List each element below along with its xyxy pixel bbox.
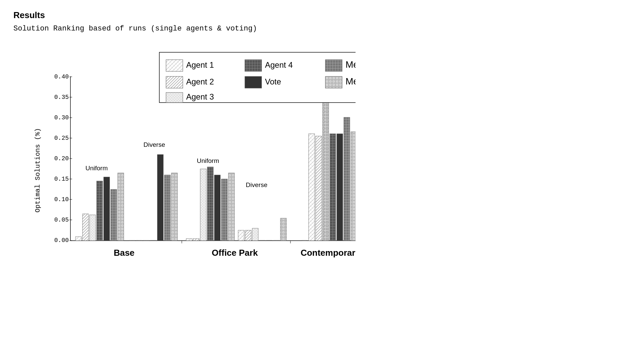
base-uniform-agent2-bar [83, 214, 89, 241]
officepark-diverse-vote-bar [266, 240, 272, 241]
ytick-5: 0.25 [54, 135, 69, 141]
officepark-diverse-agent3-bar [252, 228, 258, 241]
contemp-diverse-agent1-bar [309, 134, 315, 241]
legend-vote-label: Vote [265, 77, 281, 86]
legend-agent3-label: Agent 3 [186, 92, 214, 101]
ytick-7: 0.35 [54, 94, 69, 101]
contemp-diverse-median-bar [351, 132, 356, 241]
officepark-uniform-label: Uniform [197, 157, 219, 164]
contemp-diverse-vote-bar [337, 134, 343, 241]
y-axis-label: Optimal Solutions (%) [34, 128, 42, 213]
base-uniform-mean-bar [111, 189, 117, 241]
legend-agent3-swatch [166, 93, 183, 103]
legend-agent2-swatch [166, 76, 183, 88]
legend-median-label: Median [345, 76, 356, 86]
ytick-2: 0.10 [54, 196, 69, 203]
base-uniform-median-bar [118, 173, 124, 241]
officepark-diverse-agent4-bar [259, 240, 265, 241]
base-diverse-mean-bar [164, 175, 170, 241]
chart-svg: Optimal Solutions (%) 0.00 0.05 0.10 0.1… [34, 43, 356, 271]
base-uniform-vote-bar [104, 177, 110, 241]
results-title: Results [13, 10, 631, 20]
legend-agent1-label: Agent 1 [186, 60, 214, 69]
ytick-0: 0.00 [54, 237, 69, 244]
officepark-label: Office Park [212, 248, 258, 258]
legend-vote-swatch [245, 76, 262, 88]
legend-mean-swatch [325, 60, 342, 71]
officepark-uniform-median-bar [228, 173, 234, 241]
base-diverse-vote-bar [157, 155, 163, 241]
base-diverse-agent3-bar [143, 240, 149, 241]
base-diverse-agent2-bar [136, 240, 142, 241]
ytick-4: 0.20 [54, 155, 69, 162]
legend-agent4-label: Agent 4 [265, 60, 293, 69]
officepark-uniform-agent2-bar [193, 239, 199, 241]
legend-median-swatch [325, 76, 342, 88]
officepark-diverse-agent2-bar [245, 230, 251, 241]
ytick-6: 0.30 [54, 114, 69, 121]
subtitle: Solution Ranking based of runs (single a… [13, 24, 631, 33]
contemp-diverse-agent4-bar [330, 134, 336, 241]
base-diverse-agent1-bar [129, 240, 135, 241]
ytick-8: 0.40 [54, 73, 69, 80]
contemp-label: Contemporary [301, 248, 356, 258]
legend-agent1-swatch [166, 60, 183, 71]
officepark-uniform-mean-bar [221, 179, 227, 241]
officepark-diverse-median-bar [280, 218, 286, 241]
officepark-diverse-label: Diverse [246, 181, 267, 188]
officepark-uniform-agent3-bar [200, 169, 206, 241]
base-uniform-agent3-bar [90, 215, 96, 241]
ytick-3: 0.15 [54, 176, 69, 182]
base-diverse-label: Diverse [144, 141, 165, 148]
contemp-diverse-agent3-bar [323, 99, 329, 241]
legend-agent2-label: Agent 2 [186, 77, 214, 86]
officepark-uniform-agent4-bar [207, 167, 213, 241]
contemp-diverse-mean-bar [344, 117, 350, 241]
page: Results Solution Ranking based of runs (… [0, 0, 644, 281]
contemp-diverse-agent1-tiny [302, 240, 307, 241]
chart-container: Optimal Solutions (%) 0.00 0.05 0.10 0.1… [34, 43, 356, 271]
base-uniform-label: Uniform [86, 165, 108, 172]
officepark-uniform-vote-bar [214, 175, 220, 241]
base-diverse-median-bar [171, 173, 177, 241]
legend-agent4-swatch [245, 60, 262, 71]
base-label: Base [114, 248, 135, 258]
ytick-1: 0.05 [54, 217, 69, 223]
base-diverse-agent4-bar [150, 240, 156, 241]
officepark-diverse-mean-bar [273, 240, 279, 241]
legend-mean-label: Mean [345, 59, 356, 70]
base-uniform-agent4-bar [97, 181, 103, 241]
officepark-diverse-agent1-bar [238, 230, 244, 241]
officepark-uniform-agent1-bar [186, 239, 192, 241]
base-uniform-agent1-bar [75, 237, 82, 241]
contemp-diverse-agent2-bar [316, 136, 322, 241]
